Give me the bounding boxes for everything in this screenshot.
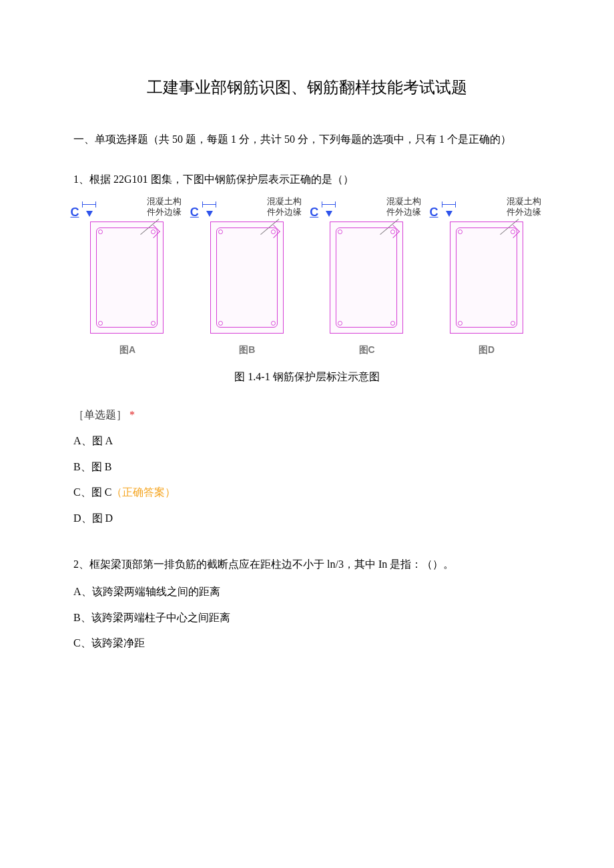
diagram-a-caption: 图A bbox=[119, 342, 135, 358]
arrow-icon bbox=[326, 211, 332, 217]
edge-label: 混凝土构件外边缘 bbox=[147, 196, 182, 217]
edge-label: 混凝土构件外边缘 bbox=[507, 196, 541, 217]
diagram-b-caption: 图B bbox=[239, 342, 255, 358]
arrow-icon bbox=[206, 211, 213, 217]
q2-text: 2、框架梁顶部第一排负筋的截断点应在距柱边不小于 ln/3，其中 In 是指：（… bbox=[73, 555, 541, 574]
q1-option-a: A、图 A bbox=[73, 432, 541, 451]
correct-answer-mark: （正确答案） bbox=[111, 486, 176, 498]
c-label-icon: C bbox=[430, 201, 438, 223]
diagram-b: C 混凝土构件外边缘 图B bbox=[190, 197, 304, 358]
diagram-c-caption: 图C bbox=[359, 342, 375, 358]
required-asterisk-icon: * bbox=[129, 409, 135, 420]
question-tag: ［单选题］ * bbox=[73, 406, 541, 425]
c-label-icon: C bbox=[190, 201, 199, 223]
diagram-c: C 混凝土构件外边缘 图C bbox=[310, 197, 424, 358]
edge-label: 混凝土构件外边缘 bbox=[267, 196, 302, 217]
q2-option-b: B、该跨梁两端柱子中心之间距离 bbox=[73, 608, 541, 628]
q1-text: 1、根据 22G101 图集，下图中钢筋保护层表示正确的是（） bbox=[73, 170, 541, 189]
diagram-d-caption: 图D bbox=[479, 342, 495, 358]
q2-option-c: C、该跨梁净距 bbox=[73, 634, 541, 653]
diagram-a: C 混凝土构件外边缘 图A bbox=[71, 197, 184, 358]
page-title: 工建事业部钢筋识图、钢筋翻样技能考试试题 bbox=[73, 73, 541, 102]
diagram-d: C 混凝土构件外边缘 图D bbox=[430, 197, 543, 358]
section-header: 一、单项选择题（共 50 题，每题 1 分，共计 50 分，下列每题的选项中，只… bbox=[73, 129, 541, 150]
q1-option-c: C、图 C（正确答案） bbox=[73, 483, 541, 502]
c-label-icon: C bbox=[70, 201, 79, 223]
q1-option-d: D、图 D bbox=[73, 509, 541, 528]
edge-label: 混凝土构件外边缘 bbox=[386, 196, 421, 217]
arrow-icon bbox=[86, 211, 93, 217]
figure-caption: 图 1.4-1 钢筋保护层标注示意图 bbox=[73, 368, 541, 387]
q1-option-b: B、图 B bbox=[73, 458, 541, 477]
q2-option-a: A、该跨梁两端轴线之间的距离 bbox=[73, 582, 541, 602]
q1-diagram-row: C 混凝土构件外边缘 图A C 混凝土构件外边缘 bbox=[71, 197, 543, 358]
arrow-icon bbox=[446, 211, 452, 217]
c-label-icon: C bbox=[310, 201, 318, 223]
